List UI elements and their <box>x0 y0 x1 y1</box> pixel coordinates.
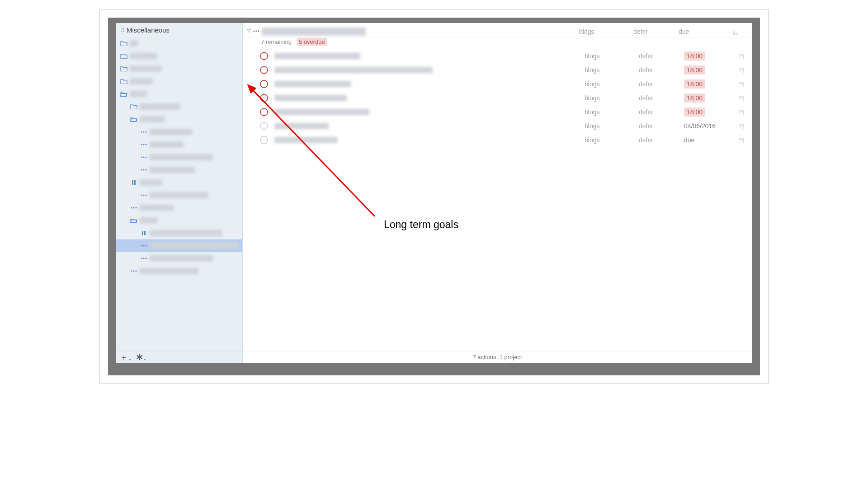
sidebar-header[interactable]: ⠿ Miscellaneous <box>116 23 242 37</box>
task-checkbox[interactable] <box>260 122 268 130</box>
task-due[interactable]: 18:00 <box>684 108 738 117</box>
task-checkbox[interactable] <box>260 136 268 144</box>
gray-border: ⠿ Miscellaneous ▽ blogs defer due <box>108 18 760 375</box>
task-title[interactable] <box>274 137 338 143</box>
task-tag[interactable]: blogs <box>585 108 639 116</box>
sidebar-item[interactable] <box>116 164 242 176</box>
sidebar-item-label <box>140 179 162 186</box>
task-checkbox[interactable] <box>260 52 268 60</box>
task-tag[interactable]: blogs <box>585 136 639 144</box>
sidebar-item-label <box>150 154 213 160</box>
svg-point-9 <box>141 169 142 170</box>
sidebar-item[interactable] <box>116 100 242 113</box>
task-defer[interactable]: defer <box>639 52 684 60</box>
sidebar-item[interactable] <box>116 138 242 151</box>
sidebar-item-label <box>130 65 161 72</box>
add-button[interactable]: ＋⌄ <box>120 352 132 363</box>
status-separator: · <box>293 38 297 45</box>
sidebar-item[interactable] <box>116 265 242 277</box>
svg-point-19 <box>135 207 137 208</box>
note-icon[interactable]: ▤ <box>738 136 752 144</box>
project-header[interactable]: ▽ blogs defer due ▤ <box>243 23 752 37</box>
task-tag[interactable]: blogs <box>585 52 639 60</box>
task-defer[interactable]: defer <box>639 108 684 116</box>
task-due[interactable]: 18:00 <box>684 79 738 89</box>
disclosure-triangle-icon[interactable]: ▽ <box>247 28 251 34</box>
task-row[interactable]: blogsdefer04/06/2016▤ <box>243 119 752 133</box>
task-defer[interactable]: defer <box>639 80 684 88</box>
sidebar-item[interactable] <box>116 227 242 239</box>
remaining-count: 7 remaining <box>261 38 292 45</box>
header-defer[interactable]: defer <box>633 28 679 35</box>
note-icon[interactable]: ▤ <box>738 108 752 116</box>
project-title[interactable] <box>262 28 366 36</box>
note-icon[interactable]: ▤ <box>738 80 752 88</box>
task-row[interactable]: blogsdefer18:00▤ <box>243 77 752 91</box>
seq-icon <box>140 257 148 260</box>
sidebar-item[interactable] <box>116 126 242 138</box>
task-checkbox[interactable] <box>260 108 268 116</box>
note-icon[interactable]: ▤ <box>738 52 752 60</box>
sidebar-item[interactable] <box>116 62 242 75</box>
sidebar-item[interactable] <box>116 176 242 189</box>
task-row[interactable]: blogsdefer18:00▤ <box>243 105 752 119</box>
folder-open-icon <box>130 218 138 223</box>
sidebar-item[interactable] <box>116 50 242 62</box>
sidebar-item[interactable] <box>116 151 242 164</box>
seq-icon <box>130 206 138 210</box>
sidebar-item[interactable] <box>116 189 242 201</box>
task-title[interactable] <box>274 67 433 73</box>
sidebar-item-label <box>150 141 184 148</box>
note-icon[interactable]: ▤ <box>738 122 752 130</box>
header-due[interactable]: due <box>679 28 733 35</box>
task-due[interactable]: due <box>684 136 738 144</box>
task-row[interactable]: blogsdeferdue▤ <box>243 133 752 147</box>
task-tag[interactable]: blogs <box>585 80 639 88</box>
task-checkbox[interactable] <box>260 80 268 88</box>
sidebar-item[interactable] <box>116 214 242 227</box>
task-defer[interactable]: defer <box>639 122 684 130</box>
task-row[interactable]: blogsdefer18:00▤ <box>243 91 752 105</box>
task-title[interactable] <box>274 123 329 129</box>
sidebar-item[interactable] <box>116 252 242 265</box>
sidebar-item[interactable] <box>116 201 242 214</box>
task-due[interactable]: 18:00 <box>684 94 738 103</box>
task-tag[interactable]: blogs <box>585 122 639 130</box>
svg-point-30 <box>135 270 137 271</box>
task-tag[interactable]: blogs <box>585 66 639 74</box>
sidebar-item-label <box>150 230 222 236</box>
header-tag[interactable]: blogs <box>579 28 633 35</box>
task-due[interactable]: 18:00 <box>684 51 738 61</box>
task-defer[interactable]: defer <box>639 94 684 102</box>
note-icon[interactable]: ▤ <box>738 66 752 74</box>
task-checkbox[interactable] <box>260 94 268 102</box>
sidebar-item-label <box>140 217 158 224</box>
task-due[interactable]: 04/06/2016 <box>684 122 738 130</box>
svg-point-8 <box>145 156 146 158</box>
sidebar-item[interactable] <box>116 75 242 88</box>
task-title[interactable] <box>274 81 351 87</box>
task-title[interactable] <box>274 53 360 59</box>
svg-point-14 <box>141 194 142 196</box>
task-defer[interactable]: defer <box>639 136 684 144</box>
task-title[interactable] <box>274 109 369 115</box>
sidebar-item[interactable] <box>116 37 242 50</box>
gear-button[interactable]: ✻⌄ <box>136 352 146 362</box>
task-tag[interactable]: blogs <box>585 94 639 102</box>
task-defer[interactable]: defer <box>639 66 684 74</box>
overdue-badge: 5 overdue <box>297 38 327 46</box>
task-due[interactable]: 18:00 <box>684 65 738 75</box>
sidebar-item[interactable] <box>116 239 242 252</box>
svg-point-0 <box>141 131 142 132</box>
task-title[interactable] <box>274 95 347 101</box>
svg-point-11 <box>145 169 146 170</box>
note-icon[interactable]: ▤ <box>738 94 752 102</box>
task-row[interactable]: blogsdefer18:00▤ <box>243 49 752 63</box>
note-icon[interactable]: ▤ <box>733 28 746 35</box>
sidebar-item[interactable] <box>116 88 242 100</box>
task-row[interactable]: blogsdefer18:00▤ <box>243 63 752 77</box>
svg-point-17 <box>131 207 132 208</box>
task-checkbox[interactable] <box>260 66 268 74</box>
sidebar-item[interactable] <box>116 113 242 126</box>
svg-point-1 <box>143 131 144 132</box>
